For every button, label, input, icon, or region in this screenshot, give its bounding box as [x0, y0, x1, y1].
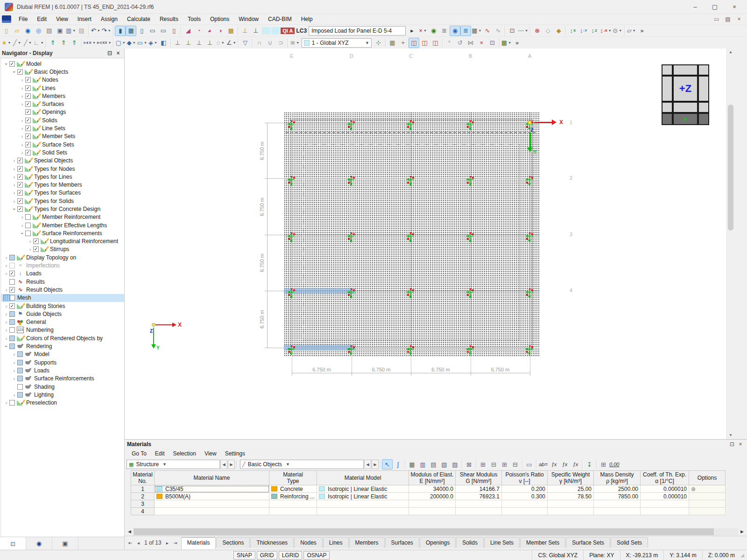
filter-next-button[interactable]: ▶ [372, 460, 379, 469]
tree-item-rendering[interactable]: ›Rendering [1, 342, 124, 350]
table-tab-line-sets[interactable]: Line Sets [484, 537, 520, 548]
plane-xz-button[interactable]: ◫ [430, 38, 441, 48]
tree-item-lighting[interactable]: ›Lighting [1, 391, 124, 399]
tree-item-member-reinforcement[interactable]: ›Member Reinforcement [1, 213, 124, 221]
view-cube-corner[interactable] [698, 102, 709, 113]
tree-item-imperfections[interactable]: ›≈Imperfections [1, 261, 124, 269]
member-support-button[interactable]: ⊥ [204, 38, 215, 48]
mat-formula-edit-button[interactable]: ƒx [559, 459, 570, 469]
menu-file[interactable]: File [14, 14, 32, 24]
mat-formula-button[interactable]: ƒx [549, 459, 559, 469]
table-tab-members[interactable]: Members [349, 537, 385, 548]
panel-toggle-button[interactable]: ▯ [136, 26, 147, 36]
display-loads-button[interactable]: ◉ [450, 26, 460, 36]
column-header-material-model[interactable]: Material Model [317, 471, 409, 485]
visibility-checkbox[interactable]: ✓ [25, 142, 31, 147]
tree-item-loads[interactable]: ›✓↓Loads [1, 270, 124, 278]
tree-item-stirrups[interactable]: ›✓Stirrups [1, 245, 124, 253]
visibility-checkbox[interactable]: ✓ [25, 93, 31, 99]
tree-item-member-effective-lengths[interactable]: ›Member Effective Lengths [1, 221, 124, 229]
visibility-checkbox[interactable] [9, 279, 15, 285]
mat-import-button[interactable]: ↧ [584, 459, 595, 469]
expand-icon[interactable]: › [11, 198, 17, 204]
nodal-support-symbol[interactable] [406, 120, 416, 131]
visibility-checkbox[interactable] [17, 376, 23, 381]
mass-density-cell[interactable]: 7850.00 [594, 493, 641, 500]
show-loads-button[interactable]: ◉ [428, 26, 439, 36]
menu-tools[interactable]: Tools [183, 14, 205, 24]
table-tab-solids[interactable]: Solids [456, 537, 484, 548]
menu-options[interactable]: Options [205, 14, 234, 24]
mass-density-cell[interactable] [594, 508, 641, 515]
nodal-support-symbol[interactable] [347, 232, 356, 243]
snap-angle-button[interactable]: ° [444, 38, 455, 48]
material-model-cell[interactable] [317, 500, 409, 508]
visibility-checkbox[interactable] [17, 368, 23, 373]
visual-objects-button[interactable]: ⋯▼ [517, 26, 529, 36]
tree-item-model[interactable]: ›Model [1, 350, 124, 358]
table-tab-openings[interactable]: Openings [420, 537, 456, 548]
material-type-cell[interactable]: Concrete [269, 485, 317, 493]
visibility-checkbox[interactable]: ✓ [9, 271, 15, 276]
mass-density-cell[interactable]: 2500.00 [594, 485, 641, 493]
expand-icon[interactable]: › [3, 327, 9, 333]
new-member-button[interactable]: ⇑ [48, 38, 58, 48]
expand-icon[interactable]: › [3, 319, 9, 325]
collapse-icon[interactable]: › [4, 61, 9, 67]
new-solid-button[interactable]: ◆▼ [126, 38, 137, 48]
material-name-cell[interactable]: C35/45 [155, 485, 269, 493]
mat-view-table-button[interactable]: ▦ [407, 459, 417, 469]
expand-icon[interactable]: › [3, 336, 9, 341]
poisson-ratio-cell[interactable] [502, 508, 548, 515]
undo-button[interactable]: ↶▼ [90, 26, 101, 36]
thermal-exp-cell[interactable]: 0.000010 [641, 485, 689, 493]
mirror-tool-button[interactable]: ⋈ [465, 38, 476, 48]
nodal-support-symbol[interactable] [347, 288, 356, 299]
column-header-modulus-of-elast-[interactable]: Modulus of Elast.E [N/mm²] [409, 471, 456, 485]
materials-float-icon[interactable]: ⊡ [728, 441, 736, 448]
mat-view-columns-button[interactable]: ▧ [439, 459, 450, 469]
member-shape-3-button[interactable]: ⊃ [275, 38, 286, 48]
materials-close-icon[interactable]: × [736, 441, 745, 448]
expand-icon[interactable]: › [19, 223, 25, 228]
prev-page-icon[interactable]: ◂ [134, 540, 142, 546]
visibility-checkbox[interactable] [9, 255, 15, 260]
console-panel-button[interactable]: ▭ [158, 26, 169, 36]
new-section-button[interactable]: ⇑ [69, 38, 80, 48]
view-cube-rotate-arrow[interactable]: ➤ [673, 113, 698, 125]
collapse-icon[interactable]: › [4, 343, 9, 350]
new-line-type-button[interactable]: ╱▼ [22, 38, 33, 48]
visibility-checkbox[interactable] [17, 351, 23, 357]
isometric-view-button[interactable]: ◇ [543, 26, 553, 36]
material-name-cell[interactable] [155, 500, 269, 508]
collapse-icon[interactable]: › [20, 230, 25, 236]
view-cube-side[interactable] [698, 113, 709, 125]
new-line-button[interactable]: ╱▼ [12, 38, 22, 48]
expand-icon[interactable]: › [11, 376, 17, 381]
menu-results[interactable]: Results [155, 14, 183, 24]
tree-item-numbering[interactable]: ›123Numbering [1, 326, 124, 334]
visibility-checkbox[interactable]: ✓ [17, 182, 23, 188]
tree-item-members[interactable]: ›✓Members [1, 92, 124, 100]
mat-copy-row-button[interactable]: ⊞ [499, 459, 510, 469]
visibility-checkbox[interactable] [9, 263, 15, 268]
column-header-shear-modulus[interactable]: Shear ModulusG [N/mm²] [456, 471, 502, 485]
nodal-support-symbol[interactable] [347, 120, 356, 131]
status-cs[interactable]: CS: Global XYZ [532, 550, 583, 560]
model-data-button[interactable]: ▤ [44, 26, 55, 36]
modulus-cell[interactable]: 200000.0 [409, 493, 456, 500]
tree-item-line-sets[interactable]: ›✓Line Sets [1, 124, 124, 132]
new-model-button[interactable]: ▯ [1, 26, 12, 36]
mat-export-button[interactable]: ⊠ [464, 459, 474, 469]
nodal-support-symbol[interactable] [466, 288, 475, 299]
menu-assign[interactable]: Assign [96, 14, 122, 24]
view-cube-edge[interactable] [698, 76, 709, 102]
mat-delete-row-button[interactable]: ⊟ [488, 459, 499, 469]
mat-formula-all-button[interactable]: ƒx [570, 459, 581, 469]
network-model-button[interactable]: ◎ [33, 26, 44, 36]
tree-item-shading[interactable]: Shading [1, 383, 124, 391]
menu-insert[interactable]: Insert [73, 14, 96, 24]
material-type-cell[interactable] [269, 500, 317, 508]
column-header-material-name[interactable]: Material Name [155, 471, 269, 485]
nodal-support-symbol[interactable] [287, 176, 296, 186]
